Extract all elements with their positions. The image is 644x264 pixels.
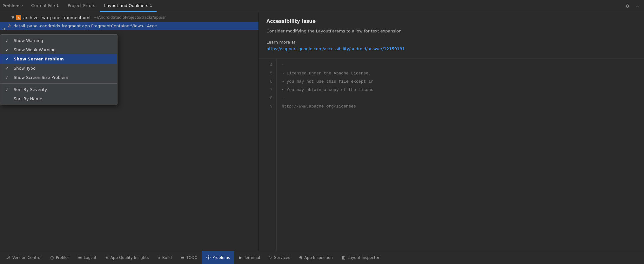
menu-show-typo[interactable]: ✓ Show Typo <box>0 64 117 73</box>
dropdown-menu: ✓ Show Warning ✓ Show Weak Warning ✓ Sho… <box>0 34 117 105</box>
issue-title: Accessibility Issue <box>266 18 636 24</box>
status-build[interactable]: ⌂ Build <box>153 251 176 264</box>
tab-bar: Problems: Current File 1 Project Errors … <box>0 0 644 12</box>
status-app-inspection[interactable]: ⊕ App Inspection <box>295 251 337 264</box>
services-icon: ▷ <box>269 255 272 260</box>
issue-row[interactable]: ⚠ detail_pane <androidx.fragment.app.Fra… <box>0 22 258 30</box>
minimize-icon[interactable]: − <box>634 2 641 10</box>
menu-sort-name[interactable]: ✓ Sort By Name <box>0 94 117 103</box>
status-terminal[interactable]: ▶ Terminal <box>234 251 265 264</box>
version-control-icon: ⎇ <box>6 255 10 260</box>
eye-icon[interactable]: 👁 <box>1 25 8 33</box>
build-icon: ⌂ <box>158 255 160 260</box>
left-panel: 👁 ▤ ▼ x archive_two_pane_fragment.xml ~/… <box>0 12 259 251</box>
tab-current-file[interactable]: Current File 1 <box>27 0 63 12</box>
line-numbers: 4 5 6 7 8 9 <box>259 59 277 251</box>
right-panel: Accessibility Issue Consider modifying t… <box>259 12 644 251</box>
layout-inspector-icon: ◧ <box>342 255 345 260</box>
menu-show-screen-size[interactable]: ✓ Show Screen Size Problem <box>0 73 117 82</box>
code-pane: 4 5 6 7 8 9 ~ ~ Licensed under the Apach… <box>259 59 644 251</box>
gear-icon[interactable]: ⚙ <box>624 2 631 10</box>
code-line-8: ~ <box>282 94 639 103</box>
main-content: 👁 ▤ ▼ x archive_two_pane_fragment.xml ~/… <box>0 12 644 251</box>
menu-show-weak-warning[interactable]: ✓ Show Weak Warning <box>0 45 117 54</box>
logcat-icon: ☰ <box>78 255 82 260</box>
status-bar: ⎇ Version Control ◷ Profiler ☰ Logcat ◈ … <box>0 251 644 264</box>
problems-label: Problems: <box>3 3 23 8</box>
status-problems[interactable]: ⓘ Problems <box>202 251 234 264</box>
issue-text: detail_pane <androidx.fragment.app.Fragm… <box>14 24 157 28</box>
menu-show-warning[interactable]: ✓ Show Warning <box>0 36 117 45</box>
line-num-9: 9 <box>259 103 276 111</box>
profiler-icon: ◷ <box>50 255 54 260</box>
issue-detail-pane: Accessibility Issue Consider modifying t… <box>259 12 644 59</box>
menu-show-server-problem[interactable]: ✓ Show Server Problem <box>0 54 117 64</box>
status-logcat[interactable]: ☰ Logcat <box>74 251 101 264</box>
status-services[interactable]: ▷ Services <box>265 251 295 264</box>
status-version-control[interactable]: ⎇ Version Control <box>1 251 46 264</box>
file-name: archive_two_pane_fragment.xml <box>23 15 91 20</box>
line-num-7: 7 <box>259 86 276 94</box>
line-num-4: 4 <box>259 61 276 70</box>
line-num-5: 5 <box>259 70 276 78</box>
code-line-5: ~ Licensed under the Apache License, <box>282 70 639 78</box>
code-line-9: http://www.apache.org/licenses <box>282 103 639 111</box>
file-tree-row[interactable]: ▼ x archive_two_pane_fragment.xml ~/Andr… <box>0 13 258 22</box>
status-app-quality[interactable]: ◈ App Quality Insights <box>101 251 153 264</box>
problems-icon: ⓘ <box>206 255 211 261</box>
line-num-6: 6 <box>259 78 276 86</box>
menu-separator <box>0 83 117 84</box>
status-profiler[interactable]: ◷ Profiler <box>46 251 74 264</box>
app-inspection-icon: ⊕ <box>299 255 303 260</box>
code-lines: ~ ~ Licensed under the Apache License, ~… <box>277 59 644 251</box>
code-line-7: ~ You may obtain a copy of the Licens <box>282 86 639 94</box>
code-line-4: ~ <box>282 61 639 70</box>
file-path: ~/AndroidStudioProjects/trackr/app/sr <box>94 15 166 20</box>
line-num-8: 8 <box>259 94 276 103</box>
tab-project-errors[interactable]: Project Errors <box>63 0 100 12</box>
issue-learn-more: Learn more at https://support.google.com… <box>266 39 636 52</box>
todo-icon: ☰ <box>181 255 184 260</box>
code-line-6: ~ you may not use this file except ir <box>282 78 639 86</box>
status-layout-inspector[interactable]: ◧ Layout Inspector <box>337 251 384 264</box>
menu-sort-severity[interactable]: ✓ Sort By Severity <box>0 85 117 94</box>
terminal-icon: ▶ <box>239 255 242 260</box>
collapse-icon: ▼ <box>11 15 14 20</box>
xml-file-icon: x <box>16 15 21 20</box>
tab-actions: ⚙ − <box>624 2 641 10</box>
issue-description: Consider modifying the LayoutParams to a… <box>266 28 636 35</box>
tab-layout-qualifiers[interactable]: Layout and Qualifiers 1 <box>100 0 157 12</box>
app-quality-icon: ◈ <box>105 255 109 260</box>
issue-link[interactable]: https://support.google.com/accessibility… <box>266 46 405 51</box>
status-todo[interactable]: ☰ TODO <box>176 251 202 264</box>
